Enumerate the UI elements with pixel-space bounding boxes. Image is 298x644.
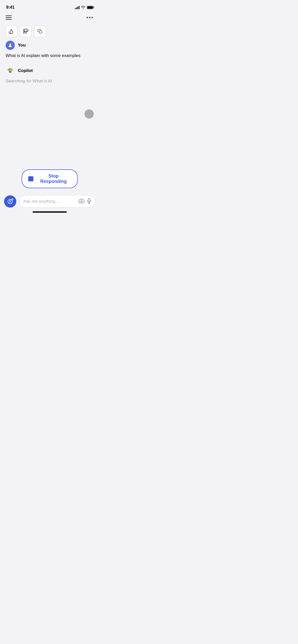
camera-svg-icon bbox=[79, 199, 84, 203]
copilot-message-section: Copilot Searching for What is AI bbox=[6, 66, 94, 84]
wifi-icon bbox=[81, 6, 85, 9]
thumbs-up-button[interactable] bbox=[6, 25, 17, 37]
home-indicator bbox=[33, 211, 67, 213]
status-icons bbox=[75, 6, 93, 9]
input-placeholder-text: Ask me anything... bbox=[23, 199, 76, 204]
signal-icon bbox=[75, 6, 79, 9]
svg-point-1 bbox=[9, 43, 11, 45]
new-chat-icon bbox=[7, 198, 13, 204]
svg-rect-7 bbox=[88, 198, 90, 201]
svg-point-6 bbox=[81, 200, 82, 202]
scroll-indicator bbox=[85, 109, 94, 119]
copilot-status-text: Searching for What is AI bbox=[6, 78, 94, 84]
mic-svg-icon bbox=[87, 198, 91, 204]
status-bar: 9:41 bbox=[0, 0, 99, 12]
thumbs-down-icon bbox=[23, 28, 29, 34]
new-chat-button[interactable] bbox=[4, 195, 16, 208]
hamburger-menu-icon[interactable] bbox=[6, 16, 12, 20]
input-bar: Ask me anything... bbox=[0, 195, 99, 208]
chat-area: You What is AI explain with some example… bbox=[0, 41, 99, 84]
user-avatar bbox=[6, 41, 15, 50]
stop-responding-button[interactable]: Stop Responding bbox=[22, 169, 78, 188]
stop-responding-container: Stop Responding bbox=[22, 169, 78, 188]
copy-icon bbox=[37, 29, 43, 34]
copilot-header: Copilot bbox=[6, 66, 94, 75]
input-field[interactable]: Ask me anything... bbox=[19, 195, 95, 208]
nav-bar: ••• bbox=[0, 12, 99, 23]
copy-button[interactable] bbox=[34, 25, 46, 37]
copilot-name-label: Copilot bbox=[18, 68, 33, 73]
thumbs-up-icon bbox=[9, 28, 14, 34]
user-message-text: What is AI explain with some examples bbox=[6, 52, 94, 59]
stop-responding-label: Stop Responding bbox=[36, 173, 71, 184]
user-message-section: You What is AI explain with some example… bbox=[6, 41, 94, 59]
stop-icon bbox=[28, 176, 33, 181]
svg-point-4 bbox=[9, 200, 11, 201]
microphone-icon[interactable] bbox=[87, 198, 91, 205]
thumbs-down-button[interactable] bbox=[20, 25, 32, 37]
status-time: 9:41 bbox=[6, 5, 15, 10]
copilot-logo-icon bbox=[6, 66, 15, 75]
more-options-icon[interactable]: ••• bbox=[86, 15, 94, 20]
action-buttons-row bbox=[0, 23, 99, 41]
user-avatar-icon bbox=[8, 43, 13, 48]
user-header: You bbox=[6, 41, 94, 50]
battery-icon bbox=[87, 6, 93, 9]
user-name-label: You bbox=[18, 43, 26, 48]
camera-icon[interactable] bbox=[79, 199, 84, 204]
svg-rect-0 bbox=[39, 31, 42, 33]
